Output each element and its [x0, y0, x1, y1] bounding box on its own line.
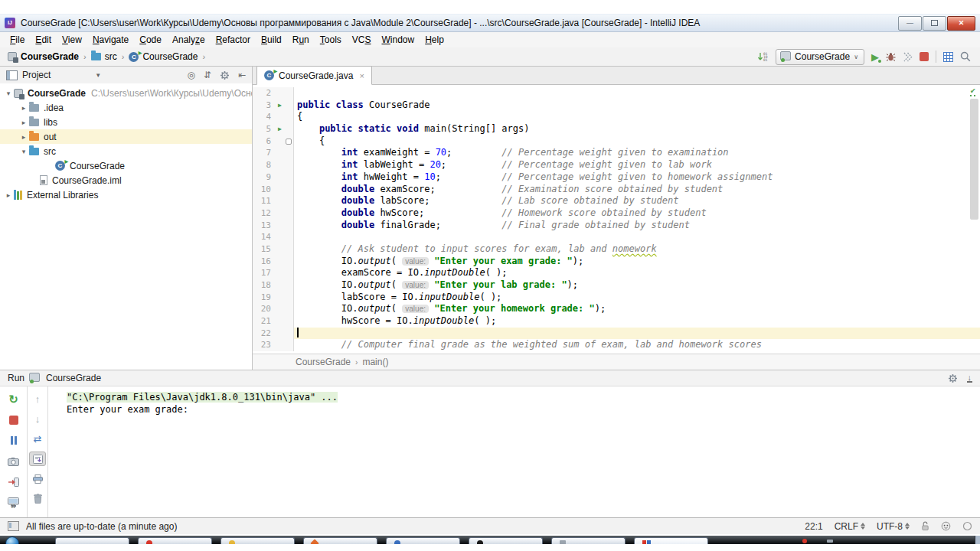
chevron-down-icon[interactable]: ▼ — [95, 72, 101, 79]
chevron-expanded-icon[interactable]: ▾ — [3, 90, 14, 97]
close-button[interactable]: ✕ — [947, 16, 975, 31]
taskbar-button-black[interactable] — [469, 537, 543, 544]
code-line-5[interactable]: 5▶ public static void main(String[] args… — [253, 123, 980, 135]
code-line-9[interactable]: 9 int hwWeight = 10; // Percentage weigh… — [253, 171, 980, 184]
close-tab-icon[interactable]: × — [359, 71, 364, 80]
hector-inspector-icon[interactable] — [941, 521, 951, 531]
project-panel-title[interactable]: Project — [22, 70, 51, 80]
code-line-6[interactable]: 6 { — [253, 135, 980, 148]
editor-scrollbar[interactable] — [970, 99, 978, 220]
tree-item-coursegrade[interactable]: ▾CourseGradeC:\Users\user\Work\Курсы\Ude… — [0, 86, 252, 100]
chevron-collapsed-icon[interactable]: ▸ — [18, 133, 29, 141]
code-line-16[interactable]: 16 IO.output( value: "Enter your exam gr… — [253, 256, 980, 268]
rerun-button[interactable]: ↻ — [5, 392, 22, 406]
scroll-to-end-button[interactable] — [29, 452, 46, 466]
dump-threads-button[interactable] — [5, 454, 22, 468]
down-stack-trace-button[interactable]: ↓ — [29, 412, 46, 426]
fold-marker-icon[interactable] — [285, 135, 294, 148]
code-line-2[interactable]: 2 — [253, 87, 980, 99]
taskbar-button-blue[interactable] — [386, 537, 460, 544]
tray-icon-red[interactable] — [802, 539, 807, 543]
more-actions-button[interactable]: » — [0, 500, 27, 511]
taskbar-button-red[interactable] — [138, 537, 212, 544]
tree-item-coursegrade-iml[interactable]: CourseGrade.iml — [0, 173, 252, 187]
menu-item-navigate[interactable]: Navigate — [87, 33, 134, 47]
tree-item--idea[interactable]: ▸.idea — [0, 100, 252, 115]
code-line-4[interactable]: 4{ — [253, 111, 980, 123]
code-line-11[interactable]: 11 double labScore; // Lab score obtaine… — [253, 195, 980, 207]
menu-item-run[interactable]: Run — [287, 33, 315, 47]
collapse-all-icon[interactable]: ⇵ — [204, 70, 211, 80]
breadcrumb-item[interactable]: CourseGrade — [129, 51, 198, 62]
stop-button[interactable] — [920, 52, 929, 61]
project-structure-button[interactable] — [943, 52, 953, 62]
breadcrumb-item[interactable]: CourseGrade — [296, 357, 351, 367]
lock-icon[interactable] — [921, 521, 929, 531]
search-everywhere-button[interactable] — [960, 51, 971, 62]
taskbar-button-gray[interactable] — [551, 537, 626, 544]
console-output[interactable]: "C:\Program Files\Java\jdk1.8.0_131\bin\… — [48, 386, 980, 517]
caret-position-widget[interactable]: 22:1 — [805, 521, 822, 532]
sort-numeric-icon[interactable]: 011001 — [757, 51, 769, 62]
print-button[interactable] — [29, 471, 46, 486]
notifications-icon[interactable] — [962, 521, 972, 531]
taskbar-button-none[interactable] — [55, 537, 129, 544]
tree-item-out[interactable]: ▸out — [0, 129, 252, 144]
hide-panel-icon[interactable]: ↓ — [967, 374, 973, 383]
hide-panel-icon[interactable]: ⇤ — [238, 70, 246, 80]
code-line-13[interactable]: 13 double finalGrade; // Final grade obt… — [253, 220, 980, 232]
chevron-collapsed-icon[interactable]: ▸ — [18, 119, 29, 126]
show-desktop-button[interactable] — [975, 536, 980, 544]
encoding-widget[interactable]: UTF-8 — [877, 521, 910, 532]
code-line-14[interactable]: 14 — [253, 231, 980, 243]
taskbar-button-idea[interactable] — [634, 537, 708, 544]
menu-item-code[interactable]: Code — [134, 33, 167, 47]
maximize-button[interactable] — [923, 16, 946, 31]
run-tab-label[interactable]: CourseGrade — [46, 373, 101, 383]
settings-gear-icon[interactable] — [220, 70, 230, 80]
menu-item-edit[interactable]: Edit — [30, 33, 57, 47]
menu-item-build[interactable]: Build — [256, 33, 287, 47]
code-line-21[interactable]: 21 hwScore = IO.inputDouble( ); — [253, 315, 980, 328]
chevron-collapsed-icon[interactable]: ▸ — [3, 191, 14, 199]
settings-gear-icon[interactable] — [948, 373, 958, 383]
run-line-icon[interactable]: ▶ — [275, 123, 285, 135]
soft-wrap-button[interactable]: ⇄ — [29, 432, 46, 446]
taskbar-button-yellow[interactable] — [220, 537, 295, 544]
breadcrumb-item[interactable]: src — [91, 51, 117, 62]
toolwindow-quick-access-icon[interactable] — [8, 521, 19, 531]
code-line-20[interactable]: 20 IO.output( value: "Enter your homewor… — [253, 303, 980, 315]
code-line-15[interactable]: 15 // Ask student to input scores for ex… — [253, 243, 980, 256]
menu-item-window[interactable]: Window — [376, 33, 420, 47]
tray-icon-gray[interactable] — [827, 540, 833, 543]
code-line-23[interactable]: 23 // Computer final grade as the weight… — [253, 339, 980, 351]
chevron-collapsed-icon[interactable]: ▸ — [18, 104, 29, 112]
clear-all-button[interactable] — [29, 491, 46, 506]
chevron-expanded-icon[interactable]: ▾ — [18, 148, 29, 155]
run-configuration-select[interactable]: CourseGrade ∨ — [776, 49, 864, 65]
code-line-10[interactable]: 10 double examScore; // Examination scor… — [253, 184, 980, 196]
breadcrumb-item[interactable]: main() — [362, 357, 388, 367]
code-editor[interactable]: 23▶public class CourseGrade4{5▶ public s… — [253, 85, 980, 354]
code-line-8[interactable]: 8 int labWeight = 20; // Percentage weig… — [253, 159, 980, 171]
code-line-12[interactable]: 12 double hwScore; // Homework score obt… — [253, 207, 980, 220]
start-button[interactable] — [5, 536, 19, 544]
code-line-7[interactable]: 7 int examWeight = 70; // Percentage wei… — [253, 147, 980, 159]
run-button[interactable]: ▶ — [871, 52, 879, 62]
code-line-22[interactable]: 22 — [253, 328, 980, 340]
code-line-17[interactable]: 17 examScore = IO.inputDouble( ); — [253, 267, 980, 279]
menu-item-tools[interactable]: Tools — [315, 33, 347, 47]
tree-item-libs[interactable]: ▸libs — [0, 115, 252, 129]
status-message[interactable]: All files are up-to-date (a minute ago) — [26, 521, 177, 532]
window-titlebar[interactable]: IJ CourseGrade [C:\Users\user\Work\Курсы… — [0, 14, 980, 32]
breadcrumb-item[interactable]: CourseGrade — [8, 51, 79, 62]
debug-button[interactable] — [886, 52, 896, 62]
inspections-ok-icon[interactable]: ✔ — [970, 86, 975, 96]
up-stack-trace-button[interactable]: ↑ — [29, 392, 46, 406]
minimize-button[interactable]: — — [898, 16, 922, 31]
tree-item-src[interactable]: ▾src — [0, 144, 252, 158]
pause-output-button[interactable] — [5, 433, 22, 448]
code-line-18[interactable]: 18 IO.output( value: "Enter your lab gra… — [253, 279, 980, 292]
code-line-3[interactable]: 3▶public class CourseGrade — [253, 99, 980, 112]
exit-process-button[interactable] — [5, 474, 22, 489]
